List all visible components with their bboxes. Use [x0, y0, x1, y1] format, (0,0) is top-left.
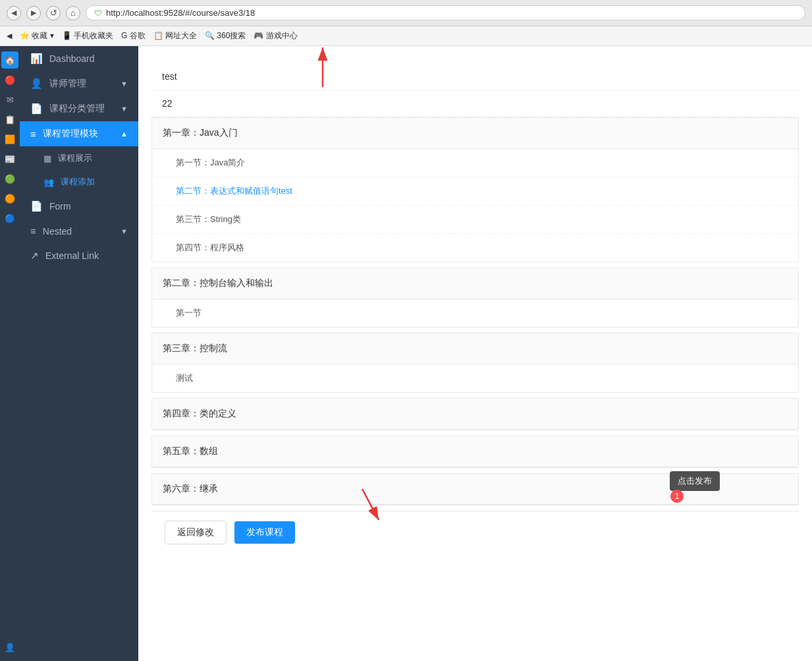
chapter-1-title: 第一章：Java入门 — [163, 127, 238, 138]
section-1-1: 第一节：Java简介 — [152, 149, 798, 177]
chapter-2: 第二章：控制台输入和输出 第一节 — [151, 268, 799, 328]
sidebar-item-nested[interactable]: ≡ Nested ▼ — [20, 219, 138, 243]
back-modify-button[interactable]: 返回修改 — [165, 521, 227, 544]
sidebar-item-course-add[interactable]: 👥 课程添加 — [20, 170, 138, 194]
bookmark-360[interactable]: 🔍 360搜索 — [205, 30, 246, 42]
sidebar-label-teacher: 讲师管理 — [49, 78, 86, 90]
back-button[interactable]: ◀ — [7, 6, 21, 20]
teacher-arrow-icon: ▼ — [121, 80, 128, 88]
section-1-2-link[interactable]: 第二节：表达式和赋值语句test — [176, 186, 292, 196]
content-area: test 22 第一章：Java入门 第一节：Java简介 第二节：表达式和赋 — [138, 53, 812, 564]
strip-icon-3[interactable]: ✉ — [1, 91, 18, 108]
home-button[interactable]: ⌂ — [66, 6, 80, 20]
browser-chrome: ◀ ▶ ↺ ⌂ 🛡 http://localhost:9528/#/course… — [0, 0, 812, 26]
icon-strip: 🏠 🔴 ✉ 📋 🟧 📰 🟢 🟠 🔵 👤 — [0, 46, 20, 661]
bookmark-collections[interactable]: ⭐ 收藏 ▾ — [20, 30, 54, 42]
strip-icon-9[interactable]: 🔵 — [1, 210, 18, 227]
bottom-bar: 返回修改 发布课程 — [151, 511, 799, 554]
field-number-value: 22 — [162, 98, 173, 109]
category-arrow-icon: ▼ — [121, 105, 128, 113]
sidebar: 📊 Dashboard 👤 讲师管理 ▼ 📄 课程分类管理 ▼ ≡ 课程管理模块… — [20, 46, 138, 661]
sidebar-label-course-add: 课程添加 — [61, 176, 95, 188]
section-1-3: 第三节：String类 — [152, 206, 798, 234]
sidebar-label-course-display: 课程展示 — [58, 152, 92, 164]
course-add-icon: 👥 — [43, 177, 54, 187]
top-arrow-annotation — [283, 46, 362, 94]
chapter-3-header: 第三章：控制流 — [152, 333, 798, 364]
refresh-button[interactable]: ↺ — [46, 6, 61, 20]
course-module-icon: ≡ — [30, 129, 36, 140]
annotation-tooltip-text: 点击发布 — [678, 476, 712, 486]
nested-arrow-icon: ▼ — [121, 227, 128, 235]
publish-course-button[interactable]: 发布课程 — [234, 521, 295, 544]
sidebar-label-nested: Nested — [43, 226, 72, 237]
chapter-3: 第三章：控制流 测试 — [151, 333, 799, 393]
sidebar-item-form[interactable]: 📄 Form — [20, 194, 138, 219]
field-test: test — [151, 63, 799, 90]
sidebar-item-teacher[interactable]: 👤 讲师管理 ▼ — [20, 71, 138, 96]
strip-icon-7[interactable]: 🟢 — [1, 170, 18, 187]
url-bar[interactable]: 🛡 http://localhost:9528/#/course/save3/1… — [86, 5, 805, 20]
sidebar-label-category: 课程分类管理 — [49, 103, 105, 115]
strip-icon-5[interactable]: 🟧 — [1, 130, 18, 148]
nested-icon: ≡ — [30, 225, 36, 237]
section-1-1-label: 第一节：Java简介 — [176, 158, 245, 167]
chapters-list: 第一章：Java入门 第一节：Java简介 第二节：表达式和赋值语句test 第… — [151, 117, 799, 505]
app-layout: 🏠 🔴 ✉ 📋 🟧 📰 🟢 🟠 🔵 👤 📊 Dashboard 👤 讲师管理 ▼… — [0, 46, 812, 661]
chapter-1-header: 第一章：Java入门 — [152, 118, 798, 149]
sidebar-label-dashboard: Dashboard — [49, 53, 95, 64]
sidebar-item-external[interactable]: ↗ External Link — [20, 243, 138, 268]
bookmark-icon: ◀ — [7, 32, 12, 40]
chapter-2-title: 第二章：控制台输入和输出 — [163, 277, 273, 288]
strip-icon-4[interactable]: 📋 — [1, 111, 18, 128]
chapter-5-title: 第五章：数组 — [163, 445, 218, 456]
chapter-2-header: 第二章：控制台输入和输出 — [152, 268, 798, 299]
strip-icon-8[interactable]: 🟠 — [1, 190, 18, 207]
section-1-4-label: 第四节：程序风格 — [176, 243, 244, 252]
bookmark-google[interactable]: G 谷歌 — [121, 30, 146, 42]
sidebar-item-course-display[interactable]: ▦ 课程展示 — [20, 146, 138, 170]
strip-icon-6[interactable]: 📰 — [1, 150, 18, 167]
sidebar-item-category[interactable]: 📄 课程分类管理 ▼ — [20, 96, 138, 121]
section-3-1: 测试 — [152, 364, 798, 392]
bookmark-games[interactable]: 🎮 游戏中心 — [254, 30, 297, 42]
section-1-4: 第四节：程序风格 — [152, 234, 798, 262]
sidebar-label-form: Form — [49, 201, 71, 212]
chapter-4-title: 第四章：类的定义 — [163, 408, 236, 418]
form-icon: 📄 — [30, 200, 43, 212]
section-2-1-label: 第一节 — [176, 308, 202, 318]
sidebar-label-external: External Link — [45, 250, 99, 261]
forward-button[interactable]: ▶ — [26, 6, 41, 20]
course-display-icon: ▦ — [43, 154, 51, 163]
annotation-tooltip: 点击发布 — [670, 471, 720, 491]
strip-icon-profile[interactable]: 👤 — [1, 639, 18, 656]
bookmark-mobile[interactable]: 📱 手机收藏夹 — [62, 30, 113, 42]
field-test-value: test — [162, 71, 177, 82]
chapter-4-header: 第四章：类的定义 — [152, 399, 798, 430]
annotation-badge-number: 1 — [675, 492, 680, 501]
section-2-1: 第一节 — [152, 299, 798, 327]
annotation-badge: 1 — [670, 490, 684, 503]
strip-icon-2[interactable]: 🔴 — [1, 71, 18, 88]
bookmark-urls[interactable]: 📋 网址大全 — [153, 30, 197, 42]
chapter-6-title: 第六章：继承 — [163, 483, 218, 494]
sidebar-item-dashboard[interactable]: 📊 Dashboard — [20, 46, 138, 71]
strip-icon-1[interactable]: 🏠 — [1, 51, 18, 69]
main-content: test 22 第一章：Java入门 第一节：Java简介 第二节：表达式和赋 — [138, 46, 812, 661]
section-1-3-label: 第三节：String类 — [176, 214, 241, 224]
url-text: http://localhost:9528/#/course/save3/18 — [106, 8, 255, 18]
sidebar-label-course-module: 课程管理模块 — [43, 128, 98, 140]
external-link-icon: ↗ — [30, 250, 39, 262]
chapter-5: 第五章：数组 — [151, 436, 799, 468]
chapter-1: 第一章：Java入门 第一节：Java简介 第二节：表达式和赋值语句test 第… — [151, 117, 799, 262]
teacher-icon: 👤 — [30, 78, 43, 90]
section-1-2: 第二节：表达式和赋值语句test — [152, 177, 798, 206]
sidebar-item-course-module[interactable]: ≡ 课程管理模块 ▲ — [20, 121, 138, 146]
chapter-3-title: 第三章：控制流 — [163, 343, 227, 353]
chapter-5-header: 第五章：数组 — [152, 436, 798, 467]
section-3-1-label: 测试 — [176, 373, 193, 383]
course-module-arrow-icon: ▲ — [121, 130, 128, 138]
bookmarks-bar: ◀ ⭐ 收藏 ▾ 📱 手机收藏夹 G 谷歌 📋 网址大全 🔍 360搜索 🎮 游… — [0, 26, 812, 46]
security-shield-icon: 🛡 — [94, 9, 102, 18]
category-icon: 📄 — [30, 103, 43, 115]
